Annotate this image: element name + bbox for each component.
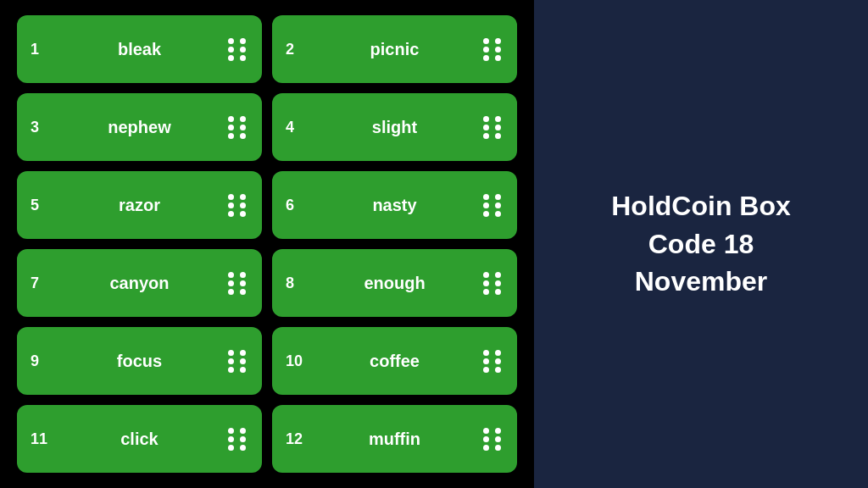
title-line1: HoldCoin Box [611,191,791,221]
card-number: 5 [31,197,51,214]
list-item[interactable]: 10coffee [272,327,517,395]
card-word: coffee [306,352,483,371]
card-dots-icon [228,38,248,61]
card-number: 12 [286,430,306,448]
card-dots-icon [228,272,248,295]
list-item[interactable]: 3nephew [17,93,262,161]
card-word: click [51,430,228,449]
title: HoldCoin Box Code 18 November [611,187,791,301]
card-number: 11 [31,430,51,448]
card-dots-icon [228,194,248,217]
card-dots-icon [228,428,248,451]
card-number: 10 [286,352,306,370]
list-item[interactable]: 2picnic [272,15,517,83]
card-dots-icon [228,350,248,373]
card-dots-icon [483,116,504,139]
title-line3: November [635,266,768,297]
card-word: nasty [306,196,483,215]
list-item[interactable]: 12muffin [272,405,517,473]
card-word: canyon [51,274,228,293]
card-word: razor [51,196,228,215]
list-item[interactable]: 8enough [272,249,517,317]
card-number: 8 [286,274,306,292]
card-dots-icon [483,272,504,295]
card-word: slight [306,118,483,137]
list-item[interactable]: 4slight [272,93,517,161]
cards-grid: 1bleak2picnic3nephew4slight5razor6nasty7… [0,0,534,488]
list-item[interactable]: 7canyon [17,249,262,317]
card-number: 4 [286,119,306,136]
card-number: 1 [31,41,51,58]
card-dots-icon [483,194,504,217]
list-item[interactable]: 5razor [17,171,262,239]
card-word: picnic [306,40,483,59]
card-number: 3 [31,119,51,136]
card-number: 7 [31,274,51,292]
list-item[interactable]: 11click [17,405,262,473]
card-word: nephew [51,118,228,137]
title-line2: Code 18 [648,229,754,259]
card-dots-icon [228,116,248,139]
list-item[interactable]: 6nasty [272,171,517,239]
card-word: enough [306,274,483,293]
list-item[interactable]: 9focus [17,327,262,395]
card-word: focus [51,352,228,371]
card-dots-icon [483,428,504,451]
card-dots-icon [483,38,504,61]
card-number: 9 [31,352,51,370]
card-dots-icon [483,350,504,373]
right-panel: HoldCoin Box Code 18 November [534,0,868,488]
card-word: muffin [306,430,483,449]
card-number: 6 [286,197,306,214]
card-word: bleak [51,40,228,59]
list-item[interactable]: 1bleak [17,15,262,83]
card-number: 2 [286,41,306,58]
